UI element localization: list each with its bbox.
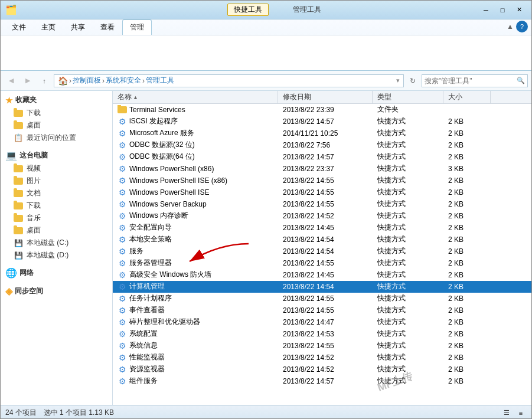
file-size: 2 KB <box>448 365 464 374</box>
table-row[interactable]: ⚙ 高级安全 Windows 防火墙 2013/8/22 14:45 快捷方式 … <box>113 269 531 281</box>
sidebar-item-driveC[interactable]: 💾 本地磁盘 (C:) <box>1 237 112 249</box>
chevron-up-icon[interactable]: ▲ <box>507 22 514 31</box>
detail-view-button[interactable]: ≡ <box>515 408 527 418</box>
up-button[interactable]: ↑ <box>37 74 51 88</box>
file-size: 2 KB <box>448 235 464 244</box>
table-row[interactable]: ⚙ 事件查看器 2013/8/22 14:55 快捷方式 2 KB <box>113 305 531 316</box>
refresh-button[interactable]: ↻ <box>406 74 419 87</box>
sidebar-item-desktop2[interactable]: 桌面 <box>1 224 112 237</box>
sidebar-item-pictures[interactable]: 图片 <box>1 175 112 187</box>
shortcut-icon: ⚙ <box>119 282 126 292</box>
path-system-security[interactable]: 系统和安全 <box>106 76 141 86</box>
table-row[interactable]: ⚙ 性能监视器 2013/8/22 14:52 快捷方式 2 KB <box>113 352 531 364</box>
shortcut-icon: ⚙ <box>119 223 126 233</box>
file-name: 服务器管理器 <box>129 258 172 268</box>
dropdown-arrow-icon[interactable]: ▾ <box>396 77 400 84</box>
table-row[interactable]: ⚙ 碎片整理和优化驱动器 2013/8/22 14:47 快捷方式 2 KB <box>113 316 531 328</box>
recent-icon: 📋 <box>14 133 23 143</box>
table-row[interactable]: ⚙ iSCSI 发起程序 2013/8/22 14:57 快捷方式 2 KB <box>113 116 531 127</box>
folder-icon <box>14 215 23 222</box>
file-size: 2 KB <box>448 212 464 220</box>
shortcut-icon: ⚙ <box>119 176 126 185</box>
table-row[interactable]: ⚙ 安全配置向导 2013/8/22 14:45 快捷方式 2 KB <box>113 222 531 234</box>
close-button[interactable]: ✕ <box>511 4 527 16</box>
column-header-name[interactable]: 名称 ▲ <box>113 91 278 103</box>
file-type: 快捷方式 <box>377 258 406 268</box>
table-row[interactable]: ⚙ 计算机管理 2013/8/22 14:54 快捷方式 2 KB <box>113 281 531 293</box>
sidebar-network-header[interactable]: 🌐 网络 <box>1 264 112 280</box>
table-row[interactable]: ⚙ Windows PowerShell ISE 2013/8/22 14:55… <box>113 186 531 198</box>
table-row[interactable]: ⚙ Windows Server Backup 2013/8/22 14:55 … <box>113 198 531 210</box>
path-control-panel[interactable]: 控制面板 <box>73 76 101 86</box>
sidebar-item-downloads[interactable]: 下载 <box>1 107 112 119</box>
tab-file[interactable]: 文件 <box>4 19 34 35</box>
table-row[interactable]: ⚙ 资源监视器 2013/8/22 14:52 快捷方式 2 KB <box>113 364 531 375</box>
sidebar-item-driveD[interactable]: 💾 本地磁盘 (D:) <box>1 249 112 261</box>
table-row[interactable]: ⚙ 任务计划程序 2013/8/22 14:55 快捷方式 2 KB <box>113 293 531 305</box>
help-button[interactable]: ? <box>516 21 528 32</box>
file-date: 2013/8/22 14:47 <box>283 318 334 326</box>
tab-view[interactable]: 查看 <box>93 19 122 35</box>
table-row[interactable]: ⚙ 组件服务 2013/8/22 14:57 快捷方式 2 KB <box>113 375 531 387</box>
file-size: 2 KB <box>448 353 464 362</box>
file-name: 碎片整理和优化驱动器 <box>129 317 200 327</box>
sidebar-sync-header[interactable]: ◈ 同步空间 <box>1 282 112 298</box>
file-icon: ⚙ <box>118 294 127 303</box>
table-row[interactable]: ⚙ 系统信息 2013/8/22 14:55 快捷方式 2 KB <box>113 340 531 352</box>
app-icon: 🗂️ <box>5 4 17 15</box>
file-icon: ⚙ <box>118 270 127 280</box>
folder-icon <box>14 122 23 129</box>
table-row[interactable]: ⚙ Microsoft Azure 服务 2014/11/21 10:25 快捷… <box>113 127 531 139</box>
sidebar-item-music[interactable]: 音乐 <box>1 212 112 224</box>
sidebar-network-section: 🌐 网络 <box>1 264 112 280</box>
quick-access-label: 快捷工具 <box>227 4 269 16</box>
file-icon: ⚙ <box>118 317 127 327</box>
column-header-date[interactable]: 修改日期 <box>278 91 373 103</box>
sidebar-item-desktop[interactable]: 桌面 <box>1 119 112 132</box>
file-name: Windows PowerShell ISE (x86) <box>129 176 227 185</box>
tab-share[interactable]: 共享 <box>63 19 93 35</box>
file-name: 计算机管理 <box>129 281 165 292</box>
column-header-type[interactable]: 类型 <box>373 91 443 103</box>
table-row[interactable]: ⚙ ODBC 数据源(64 位) 2013/8/22 14:57 快捷方式 2 … <box>113 151 531 163</box>
file-list: Terminal Services 2013/8/22 23:39 文件夹 ⚙ … <box>113 104 531 405</box>
sidebar-item-downloads2[interactable]: 下载 <box>1 199 112 212</box>
search-input[interactable] <box>425 77 517 85</box>
shortcut-icon: ⚙ <box>119 365 126 374</box>
tab-home[interactable]: 主页 <box>34 19 63 35</box>
shortcut-icon: ⚙ <box>119 117 126 126</box>
table-row[interactable]: ⚙ 服务 2013/8/22 14:54 快捷方式 2 KB <box>113 245 531 257</box>
column-header-size[interactable]: 大小 <box>443 91 491 103</box>
file-date: 2013/8/22 14:57 <box>283 377 334 385</box>
table-row[interactable]: ⚙ 系统配置 2013/8/22 14:53 快捷方式 2 KB <box>113 328 531 340</box>
table-row[interactable]: ⚙ ODBC 数据源(32 位) 2013/8/22 7:56 快捷方式 2 K… <box>113 139 531 151</box>
selected-info: 选中 1 个项目 1.13 KB <box>44 408 114 418</box>
file-size: 2 KB <box>448 259 464 267</box>
path-admin-tools[interactable]: 管理工具 <box>146 76 174 86</box>
ribbon-tabs: 文件 主页 共享 查看 管理 ▲ ? <box>1 19 531 35</box>
table-row[interactable]: ⚙ Windows PowerShell ISE (x86) 2013/8/22… <box>113 175 531 186</box>
table-row[interactable]: ⚙ 本地安全策略 2013/8/22 14:54 快捷方式 2 KB <box>113 234 531 245</box>
sidebar-item-recent[interactable]: 📋 最近访问的位置 <box>1 132 112 144</box>
address-path[interactable]: 🏠 › 控制面板 › 系统和安全 › 管理工具 ▾ <box>54 74 404 87</box>
title-bar: 🗂️ 快捷工具 管理工具 ─ □ ✕ <box>1 1 531 19</box>
folder-icon <box>118 106 127 113</box>
sidebar-item-documents[interactable]: 文档 <box>1 187 112 199</box>
table-row[interactable]: ⚙ 服务器管理器 2013/8/22 14:55 快捷方式 2 KB <box>113 257 531 269</box>
minimize-button[interactable]: ─ <box>478 4 494 16</box>
file-date: 2013/8/22 14:55 <box>283 200 334 208</box>
search-icon[interactable]: 🔍 <box>517 77 525 84</box>
sidebar-thispc-header[interactable]: 💻 这台电脑 <box>1 146 112 162</box>
table-row[interactable]: ⚙ Windows PowerShell (x86) 2013/8/22 23:… <box>113 163 531 175</box>
address-bar: ◀ ▶ ↑ 🏠 › 控制面板 › 系统和安全 › 管理工具 ▾ ↻ 🔍 <box>1 71 531 91</box>
sidebar-favorites-header[interactable]: ★ 收藏夹 <box>1 93 112 107</box>
file-size: 2 KB <box>448 247 464 256</box>
table-row[interactable]: Terminal Services 2013/8/22 23:39 文件夹 <box>113 104 531 116</box>
file-type: 快捷方式 <box>377 234 406 244</box>
sidebar-item-videos[interactable]: 视频 <box>1 162 112 175</box>
file-size: 2 KB <box>448 224 464 232</box>
maximize-button[interactable]: □ <box>495 4 510 16</box>
table-row[interactable]: ⚙ Windows 内存诊断 2013/8/22 14:52 快捷方式 2 KB <box>113 210 531 222</box>
tab-manage[interactable]: 管理 <box>122 19 152 35</box>
list-view-button[interactable]: ☰ <box>501 408 513 418</box>
